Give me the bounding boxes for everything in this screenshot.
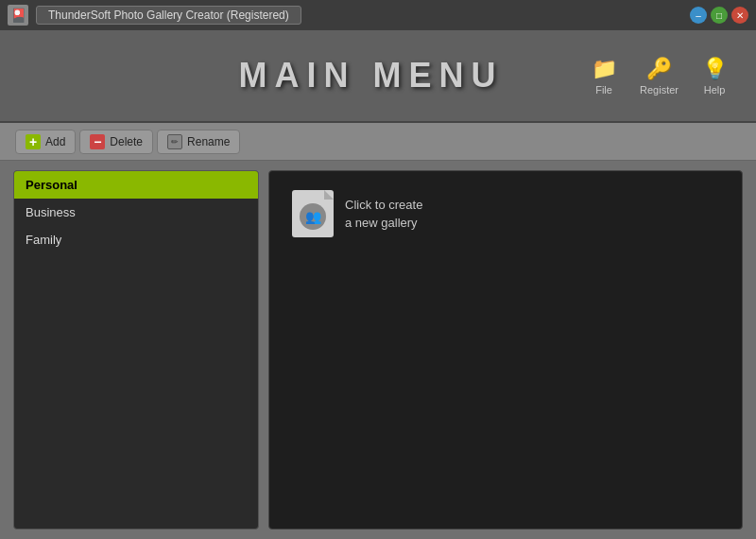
close-button[interactable]: ✕ [731,7,748,24]
register-icon: 🔑 [644,56,675,82]
page-title: MAIN MENU [161,56,581,96]
help-icon: 💡 [699,56,730,82]
new-gallery-text: Click to create a new gallery [345,196,422,233]
rename-label: Rename [187,135,230,148]
file-icon: 📁 [589,56,619,82]
gallery-item-family-label: Family [26,233,61,247]
rename-button[interactable]: ✏ Rename [157,130,240,154]
help-label: Help [704,84,726,96]
gallery-item-business[interactable]: Business [14,199,258,226]
register-button[interactable]: 🔑 Register [632,52,686,99]
file-button[interactable]: 📁 File [581,52,627,99]
gallery-item-family[interactable]: Family [14,226,258,253]
window-title: ThunderSoft Photo Gallery Creator (Regis… [36,6,301,25]
add-button[interactable]: + Add [15,130,76,154]
app-icon: 🎴 [8,5,28,26]
rename-icon: ✏ [167,134,182,149]
window-controls: – □ ✕ [690,7,748,24]
new-gallery-file-icon: 👥 [292,190,334,237]
main-content: Personal Business Family 👥 Click to crea… [0,161,756,539]
delete-button[interactable]: − Delete [79,130,153,154]
gallery-item-business-label: Business [26,205,76,219]
gallery-thumbnail-icon: 👥 [300,203,326,230]
help-button[interactable]: 💡 Help [692,52,737,99]
title-bar: 🎴 ThunderSoft Photo Gallery Creator (Reg… [0,0,756,30]
add-label: Add [45,135,65,148]
delete-icon: − [90,134,105,149]
minimize-button[interactable]: – [690,7,707,24]
maximize-button[interactable]: □ [711,7,728,24]
file-label: File [595,84,612,96]
header-buttons: 📁 File 🔑 Register 💡 Help [581,52,737,99]
gallery-item-personal[interactable]: Personal [14,171,258,199]
header: MAIN MENU 📁 File 🔑 Register 💡 Help [0,30,756,123]
register-label: Register [640,84,679,96]
gallery-content-panel: 👥 Click to create a new gallery [268,170,743,530]
new-gallery-line1: Click to create [345,198,422,212]
create-new-gallery-button[interactable]: 👥 Click to create a new gallery [283,184,432,243]
toolbar: + Add − Delete ✏ Rename [0,123,756,161]
title-bar-left: 🎴 ThunderSoft Photo Gallery Creator (Reg… [8,5,301,26]
add-icon: + [26,134,41,149]
gallery-item-personal-label: Personal [26,178,77,192]
new-gallery-line2: a new gallery [345,216,418,230]
gallery-list-panel: Personal Business Family [13,170,259,530]
delete-label: Delete [110,135,143,148]
